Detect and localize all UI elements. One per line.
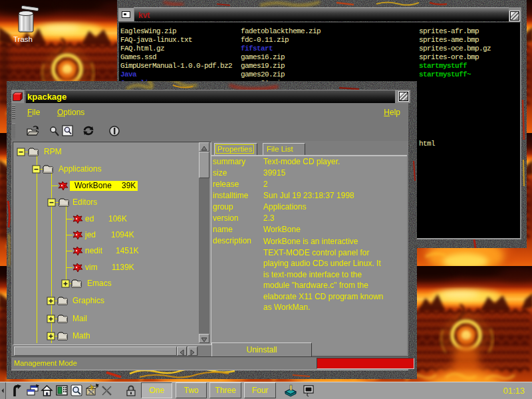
svg-text:1451K: 1451K [116, 246, 139, 255]
svg-text:106K: 106K [108, 214, 127, 223]
svg-text:RPM: RPM [44, 147, 62, 156]
svg-text:ed: ed [85, 214, 94, 223]
svg-text:39K: 39K [122, 181, 136, 190]
svg-text:Editors: Editors [72, 198, 97, 207]
svg-text:Mail: Mail [72, 314, 87, 323]
svg-text:Applications: Applications [59, 164, 102, 174]
svg-text:1094K: 1094K [111, 230, 134, 239]
svg-text:Graphics: Graphics [72, 296, 104, 305]
svg-text:nedit: nedit [85, 246, 103, 255]
svg-text:Emacs: Emacs [87, 279, 112, 288]
svg-text:Math: Math [72, 331, 90, 340]
svg-text:WorkBone: WorkBone [74, 181, 112, 190]
svg-text:vim: vim [85, 263, 98, 272]
svg-text:1139K: 1139K [112, 263, 134, 272]
svg-text:jed: jed [84, 230, 96, 239]
